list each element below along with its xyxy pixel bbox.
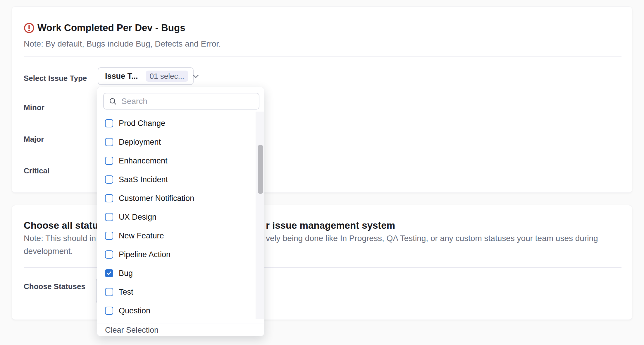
option-row[interactable]: Pipeline Action <box>97 245 256 264</box>
choose-statuses-label: Choose Statuses <box>24 282 85 291</box>
option-row[interactable]: Deployment <box>97 133 256 151</box>
warning-icon <box>24 23 35 33</box>
checkbox[interactable] <box>105 213 113 221</box>
statuses-heading-left-fragment: Choose all status <box>24 219 104 232</box>
checkbox[interactable] <box>105 138 113 146</box>
statuses-note-right-fragment: vely being done like In Progress, QA Tes… <box>266 233 598 243</box>
select-issue-type-label: Select Issue Type <box>24 74 87 83</box>
option-label: Bug <box>119 269 133 278</box>
severity-label-critical: Critical <box>24 166 49 175</box>
dropdown-footer: Clear Selection <box>97 324 264 336</box>
option-label: UX Design <box>119 213 156 222</box>
option-label: SaaS Incident <box>119 175 168 184</box>
checkbox[interactable] <box>105 250 113 259</box>
severity-label-minor: Minor <box>24 103 44 112</box>
option-row[interactable]: Customer Notification <box>97 189 256 208</box>
option-row[interactable]: Bug <box>97 264 256 283</box>
option-label: Customer Notification <box>119 194 194 203</box>
option-label: New Feature <box>119 231 164 240</box>
selected-count-badge: 01 selec... <box>146 71 189 82</box>
checkbox[interactable] <box>105 232 113 240</box>
option-row[interactable]: Test <box>97 283 256 301</box>
statuses-note-line2: development. <box>24 246 73 256</box>
option-row[interactable]: UX Design <box>97 208 256 226</box>
option-list: Prod Change Deployment Enhancement SaaS … <box>97 112 256 323</box>
search-icon <box>109 97 117 105</box>
checkbox[interactable] <box>105 307 113 315</box>
option-label: Pipeline Action <box>119 250 171 259</box>
clear-selection-button[interactable]: Clear Selection <box>105 326 159 335</box>
statuses-heading-right-fragment: r issue management system <box>266 219 395 232</box>
scrollbar-track[interactable] <box>256 112 264 319</box>
checkmark-icon <box>106 270 112 276</box>
option-row[interactable]: New Feature <box>97 226 256 245</box>
dropdown-trigger-label: Issue T... <box>105 72 138 81</box>
option-label: Enhancement <box>119 156 168 165</box>
checkbox[interactable] <box>105 119 113 127</box>
option-label: Question <box>119 306 150 315</box>
checkbox[interactable] <box>105 269 113 277</box>
page-title: Work Completed Per Dev - Bugs <box>37 22 185 34</box>
checkbox[interactable] <box>105 175 113 184</box>
card-title-row: Work Completed Per Dev - Bugs <box>24 22 185 34</box>
card-note: Note: By default, Bugs include Bug, Defe… <box>24 39 221 49</box>
chevron-down-icon <box>193 74 199 78</box>
dropdown-search-box[interactable] <box>103 93 259 110</box>
severity-label-major: Major <box>24 134 44 144</box>
option-row[interactable]: Question <box>97 301 256 320</box>
divider <box>24 56 621 57</box>
option-row[interactable]: Prod Change <box>97 114 256 133</box>
option-label: Deployment <box>119 138 161 147</box>
issue-type-dropdown-trigger[interactable]: Issue T... 01 selec... <box>98 67 194 85</box>
search-input[interactable] <box>121 96 255 106</box>
option-label: Prod Change <box>119 119 165 128</box>
checkbox[interactable] <box>105 288 113 296</box>
option-label: Test <box>119 288 133 297</box>
scrollbar-thumb[interactable] <box>258 145 263 194</box>
option-row[interactable]: SaaS Incident <box>97 170 256 189</box>
checkbox[interactable] <box>105 194 113 202</box>
issue-type-dropdown-panel: Prod Change Deployment Enhancement SaaS … <box>97 87 264 336</box>
option-row[interactable]: Enhancement <box>97 151 256 170</box>
statuses-note-left-fragment: Note: This should in <box>24 233 96 243</box>
checkbox[interactable] <box>105 157 113 165</box>
